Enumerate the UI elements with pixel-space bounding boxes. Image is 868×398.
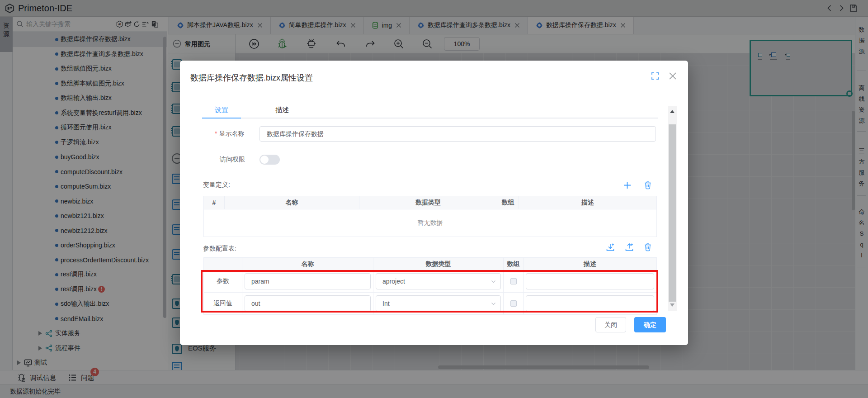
params-section-label: 参数配置表:	[203, 245, 236, 253]
active-tab-underline	[202, 118, 241, 118]
params-col-desc: 描述	[524, 258, 657, 270]
vars-col-desc: 描述	[519, 196, 657, 209]
access-permission-label: 访问权限	[220, 156, 245, 164]
dialog-title: 数据库操作保存数据.bizx属性设置	[190, 72, 313, 83]
vars-col-name: 名称	[225, 196, 359, 209]
annotation-highlight-rect	[201, 270, 658, 313]
toggle-knob	[260, 156, 269, 164]
properties-dialog: 数据库操作保存数据.bizx属性设置 设置 描述 *显示名称 数据库操作保存数据…	[180, 61, 688, 345]
display-name-input[interactable]: 数据库操作保存数据	[259, 126, 656, 142]
export-params-icon[interactable]	[625, 243, 634, 252]
variables-section-label: 变量定义:	[203, 181, 230, 189]
import-params-icon[interactable]	[606, 243, 615, 252]
params-col-name: 名称	[242, 258, 373, 270]
add-variable-icon[interactable]	[623, 181, 632, 190]
variables-table: # 名称 数据类型 数组 描述 暂无数据	[203, 196, 657, 237]
vars-col-index: #	[204, 196, 225, 209]
confirm-button[interactable]: 确定	[634, 317, 666, 332]
scroll-up-arrow[interactable]	[668, 106, 677, 118]
scroll-down-arrow[interactable]	[668, 299, 677, 311]
dialog-scrollbar	[668, 106, 677, 311]
tab-divider-line	[202, 118, 658, 118]
vars-col-type: 数据类型	[359, 196, 497, 209]
delete-variable-icon[interactable]	[644, 181, 652, 190]
params-col-type: 数据类型	[373, 258, 504, 270]
vars-col-array: 数组	[497, 196, 519, 209]
access-permission-toggle[interactable]	[259, 155, 280, 165]
close-icon[interactable]	[668, 71, 677, 81]
params-col-rowtype	[204, 258, 242, 270]
dialog-tab-settings[interactable]: 设置	[202, 102, 241, 118]
display-name-label: *显示名称	[215, 130, 244, 138]
empty-table-text: 暂无数据	[204, 209, 657, 237]
fullscreen-icon[interactable]	[651, 72, 659, 80]
dialog-scrollbar-thumb[interactable]	[669, 124, 676, 302]
delete-param-icon[interactable]	[644, 243, 652, 251]
dialog-tab-description[interactable]: 描述	[263, 102, 302, 118]
params-col-array: 数组	[504, 258, 524, 270]
close-button[interactable]: 关闭	[595, 317, 626, 332]
required-asterisk: *	[215, 130, 217, 137]
